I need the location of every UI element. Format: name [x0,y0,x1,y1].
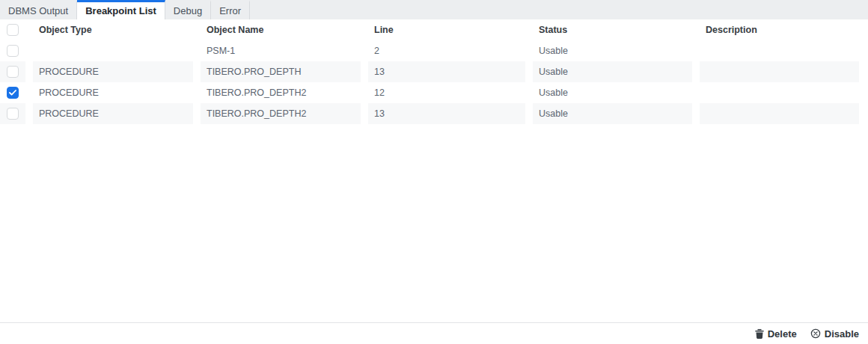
column-header-description: Description [700,19,859,40]
column-header-line: Line [368,19,525,40]
tab-error[interactable]: Error [211,0,250,19]
footer-action-bar: Delete Disable [0,322,868,344]
delete-button-label: Delete [768,328,797,340]
table-row[interactable]: PSM-1 2 Usable [0,40,868,61]
cell-description [700,61,859,82]
column-header-object-type: Object Type [33,19,193,40]
row-checkbox[interactable] [7,108,19,120]
cell-description [700,82,859,103]
cell-line: 12 [368,82,525,103]
table-row[interactable]: PROCEDURE TIBERO.PRO_DEPTH2 12 Usable [0,82,868,103]
cell-line: 13 [368,103,525,124]
tab-debug[interactable]: Debug [165,0,211,19]
cell-status: Usable [533,40,692,61]
cell-status: Usable [533,103,692,124]
header-checkbox-cell [0,19,25,40]
cell-object-type: PROCEDURE [33,82,193,103]
cell-description [700,103,859,124]
cell-object-name: PSM-1 [201,40,361,61]
cell-line: 13 [368,61,525,82]
row-checkbox-cell [0,82,25,103]
select-all-checkbox[interactable] [7,24,19,36]
row-checkbox-cell [0,103,25,124]
check-icon [9,90,16,96]
table-body: PSM-1 2 Usable PROCEDURE TIBERO.PRO_DEPT… [0,40,868,124]
row-checkbox[interactable] [7,87,19,99]
cell-object-type: PROCEDURE [33,103,193,124]
header-row: Object Type Object Name Line Status Desc… [0,19,868,40]
cell-description [700,40,859,61]
column-header-status: Status [533,19,692,40]
tab-bar: DBMS Output Breakpoint List Debug Error [0,0,868,19]
cell-object-name: TIBERO.PRO_DEPTH2 [201,103,361,124]
cell-status: Usable [533,82,692,103]
circle-x-icon [810,328,821,339]
row-checkbox-cell [0,61,25,82]
breakpoint-panel: DBMS Output Breakpoint List Debug Error … [0,0,868,344]
cell-object-type [33,40,193,61]
cell-status: Usable [533,61,692,82]
disable-button-label: Disable [825,328,859,340]
cell-object-type: PROCEDURE [33,61,193,82]
disable-button[interactable]: Disable [810,328,859,340]
row-checkbox[interactable] [7,66,19,78]
cell-object-name: TIBERO.PRO_DEPTH2 [201,82,361,103]
tab-breakpoint-list[interactable]: Breakpoint List [77,0,165,19]
table-row[interactable]: PROCEDURE TIBERO.PRO_DEPTH2 13 Usable [0,103,868,124]
cell-line: 2 [368,40,525,61]
column-header-object-name: Object Name [201,19,361,40]
row-checkbox-cell [0,40,25,61]
row-checkbox[interactable] [7,45,19,57]
table-row[interactable]: PROCEDURE TIBERO.PRO_DEPTH 13 Usable [0,61,868,82]
delete-button[interactable]: Delete [755,328,797,340]
trash-icon [755,329,764,339]
breakpoint-table: Object Type Object Name Line Status Desc… [0,19,868,124]
cell-object-name: TIBERO.PRO_DEPTH [201,61,361,82]
table-header: Object Type Object Name Line Status Desc… [0,19,868,40]
tab-dbms-output[interactable]: DBMS Output [0,0,77,19]
